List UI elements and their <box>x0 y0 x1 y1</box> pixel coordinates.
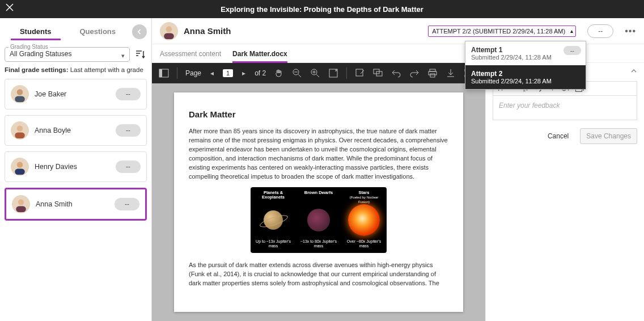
svg-point-6 <box>18 199 24 205</box>
feedback-panel: T▾ ••• ¶▾ ⊕▾ Enter your feedback Cancel … <box>485 63 644 321</box>
comment-icon[interactable] <box>373 68 383 78</box>
zoom-out-icon[interactable] <box>292 68 302 78</box>
attempt-grade-pill: -- <box>564 46 581 55</box>
svg-rect-19 <box>429 71 437 75</box>
grade-pill: -- <box>116 160 141 173</box>
undo-icon[interactable] <box>391 68 401 78</box>
final-grade-settings: Final grade settings: Last attempt with … <box>5 66 147 73</box>
svg-rect-5 <box>15 169 25 175</box>
grade-pill: -- <box>115 198 139 210</box>
avatar <box>12 195 30 213</box>
grading-status-filter[interactable]: Grading Status All Grading Statuses <box>5 47 130 62</box>
doc-paragraph: After more than 85 years since its disco… <box>189 127 448 181</box>
svg-rect-11 <box>159 69 162 77</box>
save-changes-button[interactable]: Save Changes <box>580 128 637 144</box>
attempt-option-2[interactable]: Attempt 2 Submitted 2/29/24, 11:28 AM <box>465 65 586 89</box>
filter-label: Grading Status <box>9 44 50 50</box>
svg-rect-20 <box>430 74 435 77</box>
document-scroll-area[interactable]: Dark Matter After more than 85 years sin… <box>152 83 485 321</box>
svg-rect-7 <box>16 206 26 213</box>
svg-point-8 <box>166 26 172 32</box>
doc-figure: Planets & Exoplanets Up to ~13x Jupiter'… <box>251 187 387 254</box>
student-card-anna-boyle[interactable]: Anna Boyle -- <box>5 115 147 146</box>
svg-rect-1 <box>15 96 25 103</box>
page-title: Exploring the Invisible: Probing the Dep… <box>0 5 644 14</box>
sort-button[interactable] <box>133 48 147 61</box>
svg-point-2 <box>17 125 23 132</box>
attempt-selector[interactable]: ATTEMPT 2/2 (SUBMITTED 2/29/24, 11:28 AM… <box>428 26 576 37</box>
prev-page-icon[interactable]: ◂ <box>207 68 217 78</box>
avatar <box>160 22 178 40</box>
download-icon[interactable] <box>446 68 456 78</box>
student-card-henry-davies[interactable]: Henry Davies -- <box>5 151 147 182</box>
svg-point-4 <box>17 162 23 168</box>
svg-rect-3 <box>15 133 25 139</box>
student-name: Henry Davies <box>35 163 110 171</box>
avatar <box>11 121 29 140</box>
hand-tool-icon[interactable] <box>274 68 284 78</box>
cancel-button[interactable]: Cancel <box>542 128 574 144</box>
grade-pill: -- <box>116 88 141 100</box>
fit-page-icon[interactable] <box>328 68 338 78</box>
page-label: Page <box>185 69 201 77</box>
doc-paragraph: As the pursuit of dark matter extends ac… <box>189 261 448 288</box>
student-card-anna-smith[interactable]: Anna Smith -- <box>5 188 147 221</box>
doc-heading: Dark Matter <box>189 109 448 119</box>
sidebar-toggle-icon[interactable] <box>159 68 169 78</box>
student-name: Joe Baker <box>35 90 110 98</box>
redo-icon[interactable] <box>409 68 420 78</box>
more-options-button[interactable]: ••• <box>625 26 636 36</box>
tab-students[interactable]: Students <box>5 24 67 39</box>
attempt-dropdown: Attempt 1 Submitted 2/29/24, 11:28 AM --… <box>465 41 586 90</box>
attempt-option-1[interactable]: Attempt 1 Submitted 2/29/24, 11:28 AM -- <box>465 41 586 65</box>
selected-student-name: Anna Smith <box>184 26 231 36</box>
sidebar: Students Questions Grading Status All Gr… <box>0 18 152 321</box>
print-icon[interactable] <box>427 68 438 78</box>
document-toolbar: Page ◂ 1 ▸ of 2 <box>152 63 485 83</box>
grade-pill: -- <box>116 124 141 137</box>
avatar <box>11 158 29 176</box>
tab-questions[interactable]: Questions <box>67 24 129 39</box>
zoom-in-icon[interactable] <box>310 68 320 78</box>
svg-rect-9 <box>164 33 174 39</box>
svg-rect-18 <box>430 69 435 71</box>
tab-assessment-content[interactable]: Assessment content <box>160 50 221 62</box>
svg-point-0 <box>17 89 23 95</box>
student-card-joe-baker[interactable]: Joe Baker -- <box>5 79 147 109</box>
avatar <box>11 85 29 103</box>
grade-oval-button[interactable]: -- <box>587 24 613 38</box>
back-button[interactable] <box>132 24 147 39</box>
annotate-icon[interactable] <box>355 68 365 78</box>
next-page-icon[interactable]: ▸ <box>239 68 249 78</box>
close-icon[interactable] <box>6 3 14 13</box>
document-page: Dark Matter After more than 85 years sin… <box>174 92 463 312</box>
feedback-input[interactable]: Enter your feedback <box>493 95 637 120</box>
page-number[interactable]: 1 <box>223 69 233 77</box>
document-viewer: Page ◂ 1 ▸ of 2 <box>152 63 485 321</box>
main-panel: Anna Smith ATTEMPT 2/2 (SUBMITTED 2/29/2… <box>152 18 644 321</box>
tab-document[interactable]: Dark Matter.docx <box>232 50 287 62</box>
student-name: Anna Boyle <box>35 126 110 134</box>
collapse-icon[interactable] <box>630 67 637 76</box>
student-name: Anna Smith <box>36 200 109 208</box>
page-of: of 2 <box>255 69 266 77</box>
filter-value: All Grading Statuses <box>10 50 125 58</box>
